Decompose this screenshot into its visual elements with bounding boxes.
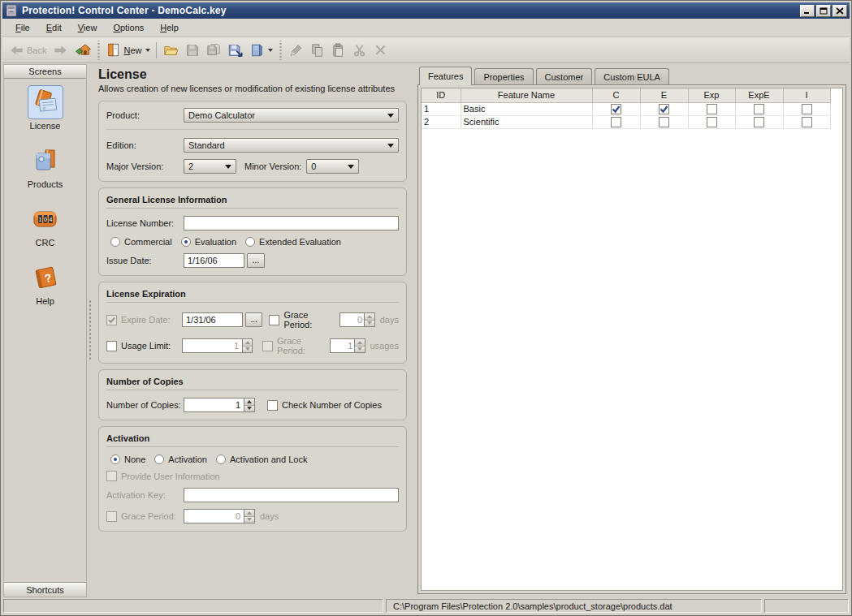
column-header-expe[interactable]: ExpE — [735, 88, 783, 102]
grace-period-days-checkbox[interactable] — [269, 315, 279, 325]
status-segment-left — [3, 599, 383, 613]
sidebar-item-crc[interactable]: 104CRC — [28, 202, 63, 248]
maximize-icon — [820, 7, 828, 15]
column-header-exp[interactable]: Exp — [688, 88, 735, 102]
product-value: Demo Calculator — [188, 110, 255, 120]
cell-e-checkbox[interactable] — [640, 102, 688, 115]
days-unit-label: days — [260, 511, 279, 521]
save-as-icon — [227, 43, 243, 58]
expire-date-browse-button[interactable]: ... — [245, 312, 262, 327]
activation-radios: NoneActivationActivation and Lock — [110, 454, 399, 464]
tab-features[interactable]: Features — [419, 67, 472, 85]
sidebar: Screens LicenseProducts104CRC?Help Short… — [3, 64, 87, 597]
menu-options[interactable]: Options — [105, 20, 152, 35]
group-title: General License Information — [106, 195, 399, 209]
tab-custom-eula[interactable]: Custom EULA — [595, 68, 669, 84]
menu-help[interactable]: Help — [152, 20, 187, 35]
days-unit-label: days — [380, 315, 399, 325]
help-icon: ? — [28, 261, 63, 295]
column-header-i[interactable]: I — [783, 88, 830, 102]
radio-extended-evaluation[interactable]: Extended Evaluation — [245, 237, 341, 247]
unchecked-checkbox-icon — [707, 117, 717, 127]
radio-activation-and-lock[interactable]: Activation and Lock — [216, 454, 307, 464]
maximize-button[interactable] — [816, 5, 831, 17]
radio-none[interactable]: None — [110, 454, 145, 464]
radio-activation[interactable]: Activation — [154, 454, 207, 464]
radio-icon — [154, 454, 164, 464]
table-row[interactable]: 1Basic — [422, 102, 830, 115]
license-number-field[interactable] — [184, 216, 399, 230]
screens-header[interactable]: Screens — [4, 65, 86, 79]
cell-i-checkbox[interactable] — [783, 102, 830, 115]
column-header-c[interactable]: C — [592, 88, 640, 102]
number-of-copies-spinner[interactable] — [244, 398, 255, 412]
table-row[interactable]: 2Scientific — [422, 115, 830, 128]
delete-icon — [374, 43, 387, 57]
minor-version-label: Minor Version: — [244, 162, 301, 171]
column-header-id[interactable]: ID — [422, 88, 461, 102]
tab-properties[interactable]: Properties — [474, 68, 533, 84]
cell-c-checkbox[interactable] — [592, 115, 640, 128]
page-title: License — [98, 67, 407, 82]
tab-content: IDFeature NameCEExpExpEI 1Basic2Scientif… — [417, 84, 846, 594]
grace-period-usages-label: Grace Period: — [277, 336, 327, 355]
column-header-e[interactable]: E — [640, 88, 688, 102]
major-version-select[interactable]: 2 — [184, 159, 236, 174]
activation-key-field[interactable] — [184, 488, 399, 502]
grace-period-days-label: Grace Period: — [283, 310, 337, 330]
sidebar-item-license[interactable]: License — [28, 85, 63, 131]
chevron-down-icon — [387, 114, 394, 121]
table-body: 1Basic2Scientific — [422, 102, 830, 128]
radio-commercial[interactable]: Commercial — [110, 237, 172, 247]
product-select[interactable]: Demo Calculator — [184, 108, 399, 123]
shortcuts-header[interactable]: Shortcuts — [4, 583, 86, 597]
activation-grace-checkbox — [106, 511, 117, 522]
check-number-of-copies-checkbox[interactable] — [267, 400, 278, 411]
storage-button[interactable] — [246, 40, 276, 60]
number-of-copies-label: Number of Copies: — [106, 400, 184, 410]
number-of-copies-group: Number of Copies Number of Copies: 1 Che… — [98, 369, 407, 420]
sidebar-item-products[interactable]: Products — [28, 144, 63, 189]
column-header-feature-name[interactable]: Feature Name — [461, 88, 592, 102]
menu-view[interactable]: View — [70, 20, 106, 35]
radio-icon — [216, 454, 226, 464]
issue-date-browse-button[interactable]: ... — [247, 253, 265, 268]
chevron-down-icon — [348, 165, 354, 172]
usage-limit-checkbox[interactable] — [106, 341, 117, 351]
cell-expe-checkbox[interactable] — [735, 102, 783, 115]
save-as-button[interactable] — [224, 41, 246, 60]
features-table: IDFeature NameCEExpExpEI 1Basic2Scientif… — [421, 88, 843, 591]
sidebar-item-help[interactable]: ?Help — [28, 261, 63, 306]
usages-unit-label: usages — [370, 341, 399, 351]
minimize-button[interactable] — [800, 5, 815, 17]
cell-i-checkbox[interactable] — [783, 115, 830, 128]
cell-c-checkbox[interactable] — [592, 102, 640, 115]
close-button[interactable] — [833, 5, 847, 17]
cell-e-checkbox[interactable] — [640, 115, 688, 128]
open-button[interactable] — [159, 41, 182, 60]
unchecked-checkbox-icon — [802, 104, 812, 114]
minor-version-select[interactable]: 0 — [306, 159, 359, 174]
issue-date-field[interactable]: 1/16/06 — [184, 253, 244, 268]
chevron-down-icon — [387, 144, 394, 151]
cell-feature-name: Basic — [461, 102, 592, 115]
features-panel: FeaturesPropertiesCustomerCustom EULA ID… — [415, 63, 850, 597]
menu-edit[interactable]: Edit — [38, 20, 70, 35]
number-of-copies-field[interactable]: 1 — [184, 398, 244, 412]
expire-date-field[interactable]: 1/31/06 — [182, 312, 243, 327]
cell-exp-checkbox[interactable] — [688, 115, 735, 128]
sidebar-splitter[interactable] — [87, 63, 93, 597]
crc-icon: 104 — [28, 202, 63, 236]
edition-select[interactable]: Standard — [184, 138, 399, 153]
cell-exp-checkbox[interactable] — [688, 102, 735, 115]
cell-expe-checkbox[interactable] — [735, 115, 783, 128]
unchecked-checkbox-icon — [659, 117, 669, 127]
unchecked-checkbox-icon — [707, 104, 717, 114]
new-button[interactable]: New — [103, 40, 154, 60]
home-button[interactable] — [71, 40, 94, 60]
radio-evaluation[interactable]: Evaluation — [181, 237, 236, 247]
new-document-icon — [106, 42, 121, 58]
paste-button — [328, 41, 349, 60]
menu-file[interactable]: File — [7, 20, 38, 35]
tab-customer[interactable]: Customer — [536, 68, 593, 84]
